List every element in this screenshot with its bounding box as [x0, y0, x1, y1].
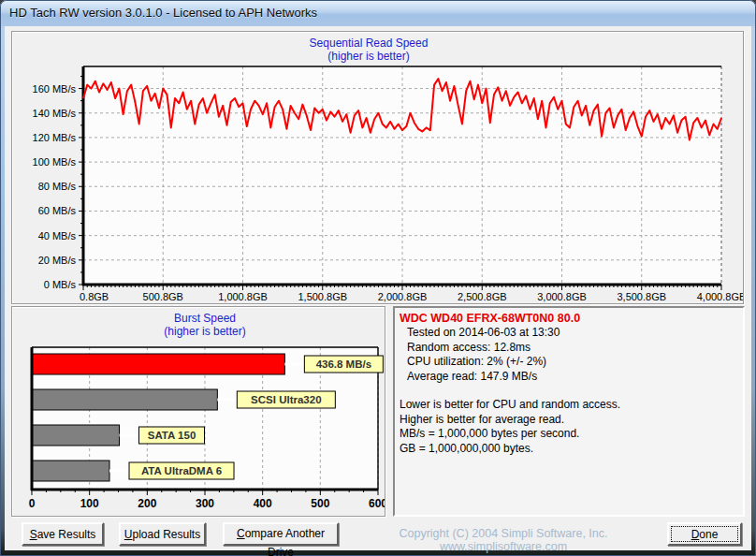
note-read: Higher is better for average read.: [400, 413, 738, 428]
x-tick-label: 600: [369, 497, 385, 510]
x-tick-label: 300: [196, 497, 214, 510]
burst-speed-panel: Burst Speed(higher is better)01002003004…: [11, 306, 385, 517]
y-tick-label: 120 MB/s: [33, 132, 77, 143]
x-tick-label: 500: [311, 497, 329, 510]
burst-bar: [33, 389, 217, 410]
upload-results-button[interactable]: Upload Results: [119, 522, 206, 546]
random-access: Random access: 12.8ms: [400, 341, 738, 356]
save-results-button[interactable]: Save Results: [22, 522, 104, 546]
x-tick-label: 3,500.8GB: [617, 291, 666, 302]
x-tick-label: 0: [29, 497, 36, 510]
x-tick-label: 3,000.8GB: [537, 291, 587, 302]
app-window: HD Tach RW version 3.0.1.0 - Licensed to…: [0, 0, 756, 556]
done-button[interactable]: Done: [667, 522, 742, 546]
x-tick-label: 400: [254, 497, 272, 510]
title-bar[interactable]: HD Tach RW version 3.0.1.0 - Licensed to…: [1, 1, 755, 26]
x-tick-label: 500.8GB: [143, 291, 183, 302]
done-label: Done: [669, 525, 740, 544]
burst-speed-chart: Burst Speed(higher is better)01002003004…: [12, 307, 385, 516]
y-tick-label: 100 MB/s: [33, 156, 77, 168]
bar-label: 436.8 MB/s: [316, 358, 371, 370]
y-tick-label: 20 MB/s: [38, 255, 77, 266]
compare-another-drive-label: Compare Another Drive: [225, 524, 337, 556]
compare-another-drive-button[interactable]: Compare Another Drive: [223, 522, 339, 546]
x-tick-label: 0.8GB: [80, 291, 109, 302]
note-cpu: Lower is better for CPU and random acces…: [400, 398, 738, 413]
y-tick-label: 140 MB/s: [33, 108, 77, 119]
average-read: Average read: 147.9 MB/s: [400, 370, 738, 385]
x-tick-label: 2,500.8GB: [458, 291, 507, 302]
x-tick-label: 1,500.8GB: [298, 291, 347, 302]
y-tick-label: 80 MB/s: [38, 181, 77, 192]
y-tick-label: 40 MB/s: [38, 230, 77, 241]
tested-on: Tested on 2014-06-03 at 13:30: [400, 326, 738, 341]
y-tick-label: 0 MB/s: [44, 279, 77, 290]
x-tick-label: 100: [80, 497, 99, 510]
burst-bar: [33, 461, 109, 481]
cpu-utilization: CPU utilization: 2% (+/- 2%): [400, 355, 738, 370]
burst-bar: [33, 425, 120, 446]
seq-chart-title: Sequential Read Speed: [310, 37, 429, 50]
burst-chart-subtitle: (higher is better): [164, 325, 245, 338]
x-tick-label: 200: [138, 497, 156, 510]
bar-label: SCSI Ultra320: [251, 394, 321, 405]
x-tick-label: 1,000.8GB: [218, 291, 268, 302]
drive-info-panel: WDC WD40 EFRX-68WT0N0 80.0 Tested on 201…: [393, 306, 745, 517]
burst-chart-title: Burst Speed: [174, 312, 236, 325]
sequential-read-panel: Sequential Read Speed(higher is better)0…: [11, 31, 744, 304]
client-area: Sequential Read Speed(higher is better)0…: [5, 26, 751, 550]
burst-bar: [33, 354, 284, 374]
bar-label: ATA UltraDMA 6: [141, 465, 222, 476]
copyright-text: Copyright (C) 2004 Simpli Software, Inc.…: [347, 527, 660, 553]
upload-results-label: Upload Results: [121, 525, 204, 544]
y-tick-label: 160 MB/s: [33, 83, 77, 95]
note-mbs: MB/s = 1,000,000 bytes per second.: [400, 427, 738, 442]
x-tick-label: 4,000.8GB: [697, 291, 743, 302]
sequential-read-chart: Sequential Read Speed(higher is better)0…: [12, 32, 743, 303]
bar-label: SATA 150: [148, 430, 196, 441]
drive-name: WDC WD40 EFRX-68WT0N0 80.0: [400, 311, 738, 326]
x-tick-label: 2,000.8GB: [378, 291, 428, 302]
window-title: HD Tach RW version 3.0.1.0 - Licensed to…: [9, 6, 317, 20]
save-results-label: Save Results: [23, 525, 102, 544]
note-gb: GB = 1,000,000,000 bytes.: [400, 442, 738, 457]
seq-chart-subtitle: (higher is better): [327, 50, 409, 63]
y-tick-label: 60 MB/s: [38, 205, 77, 216]
